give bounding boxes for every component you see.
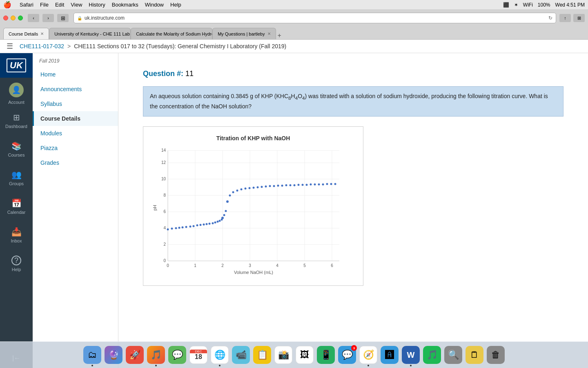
menu-safari[interactable]: Safari: [20, 2, 33, 8]
menu-help[interactable]: Help: [170, 2, 181, 8]
nav-toggle-icon[interactable]: ☰: [7, 42, 13, 51]
svg-point-73: [298, 184, 300, 186]
calendar-icon: 📅: [11, 198, 22, 208]
breadcrumb-course-code[interactable]: CHE111-017-032: [20, 43, 64, 49]
uk-logo-area[interactable]: UK: [0, 53, 33, 78]
svg-text:6: 6: [163, 209, 166, 214]
tab-che111-quiz[interactable]: University of Kentucky - CHE 111 Lab - F…: [49, 28, 131, 39]
dock-safari[interactable]: 🧭: [359, 345, 378, 365]
forward-button[interactable]: ›: [42, 14, 54, 22]
browser-chrome: ‹ › ⊞ 🔒 uk.instructure.com ↻ ↑ ⊞ Course …: [0, 10, 588, 40]
menu-bookmarks[interactable]: Bookmarks: [112, 2, 138, 8]
content-area: Question #: 11 An aqueous solution conta…: [118, 53, 588, 368]
dock-spotify[interactable]: 🎵: [422, 345, 442, 365]
dock-photos[interactable]: 🖼: [295, 345, 314, 365]
dock-dot: [368, 365, 369, 366]
trash-icon: 🗑: [487, 346, 505, 364]
dock-trash[interactable]: 🗑: [486, 345, 506, 365]
dock-calendar[interactable]: DEC 18: [189, 345, 208, 365]
menubar-wifi[interactable]: WiFi: [523, 2, 533, 8]
sidebar-item-groups[interactable]: 👥 Groups: [0, 164, 33, 192]
svg-point-52: [221, 217, 224, 219]
titration-svg: 0 2 4 6 8 10 12 14 0 1 2 3 4 5: [151, 146, 347, 277]
sidebar-item-calendar[interactable]: 📅 Calendar: [0, 192, 33, 221]
url-bar[interactable]: 🔒 uk.instructure.com ↻: [74, 13, 556, 23]
sidebar-item-courses[interactable]: 📚 Courses: [0, 135, 33, 164]
tab-close-icon[interactable]: ✕: [267, 31, 271, 36]
dock-dot: [219, 365, 220, 366]
tab-yahoo-answers[interactable]: Calculate the Molarity of Sodium Hydroxi…: [131, 28, 212, 39]
breadcrumb-separator: >: [67, 43, 71, 49]
sidebar-item-inbox[interactable]: 📥 Inbox: [0, 221, 33, 249]
dock-dot: [155, 365, 157, 366]
svg-point-77: [314, 183, 316, 185]
course-nav-piazza[interactable]: Piazza: [33, 141, 118, 155]
share-button[interactable]: ↑: [559, 14, 571, 22]
dock-music[interactable]: 🎵: [146, 345, 166, 365]
sidebar-item-help[interactable]: ? Help: [0, 249, 33, 278]
course-nav-syllabus[interactable]: Syllabus: [33, 96, 118, 111]
reminders-icon: 📋: [253, 346, 271, 364]
menu-file[interactable]: File: [40, 2, 49, 8]
dock-finder[interactable]: 🗂: [82, 345, 102, 365]
browser-tabs: Course Details ✕ University of Kentucky …: [0, 26, 588, 39]
apple-menu[interactable]: 🍎: [3, 1, 11, 9]
svg-point-81: [330, 183, 332, 185]
minimize-window-button[interactable]: [11, 16, 16, 20]
menubar-airplay[interactable]: ⬛: [503, 2, 509, 8]
finder-icon: 🗂: [83, 346, 101, 364]
menu-view[interactable]: View: [71, 2, 82, 8]
inbox-icon: 📥: [11, 227, 22, 237]
back-button[interactable]: ‹: [28, 14, 39, 22]
svg-text:0: 0: [167, 263, 169, 268]
course-nav-announcements[interactable]: Announcements: [33, 82, 118, 96]
course-nav-grades[interactable]: Grades: [33, 155, 118, 170]
dock-chrome[interactable]: 🌐: [210, 345, 229, 365]
tab-course-details[interactable]: Course Details ✕: [3, 28, 49, 39]
menu-window[interactable]: Window: [145, 2, 164, 8]
semester-label: Fall 2019: [33, 58, 118, 67]
svg-point-56: [229, 194, 231, 196]
dock-preview[interactable]: 🔍: [443, 345, 463, 365]
dock-siri[interactable]: 🔮: [104, 345, 123, 365]
menu-history[interactable]: History: [89, 2, 105, 8]
dock-notes[interactable]: 🗒: [465, 345, 484, 365]
new-tab-button[interactable]: ⊞: [573, 14, 585, 22]
svg-text:1: 1: [194, 263, 196, 268]
dock-appstore[interactable]: 🅰: [380, 345, 399, 365]
dock-reminders[interactable]: 📋: [252, 345, 272, 365]
tab-bartleby[interactable]: My Questions | bartleby ✕: [212, 28, 276, 39]
sidebar-item-account[interactable]: 👤 Account: [0, 78, 33, 106]
menu-edit[interactable]: Edit: [55, 2, 64, 8]
svg-point-39: [185, 226, 187, 228]
dock-messages2[interactable]: 💬 3: [337, 345, 357, 365]
menubar-battery: 100%: [538, 2, 550, 8]
appstore-icon: 🅰: [381, 346, 399, 364]
titration-chart-container: Titration of KHP with NaOH: [143, 126, 363, 286]
reload-button[interactable]: ↻: [548, 15, 552, 21]
dock-facetime[interactable]: 📹: [231, 345, 251, 365]
menubar-bluetooth[interactable]: ✶: [514, 2, 518, 8]
close-window-button[interactable]: [3, 16, 8, 20]
tab-label: University of Kentucky - CHE 111 Lab - F…: [54, 31, 131, 36]
course-nav-modules[interactable]: Modules: [33, 126, 118, 141]
maximize-window-button[interactable]: [18, 16, 23, 20]
notes-icon: 🗒: [466, 346, 483, 364]
svg-text:5: 5: [303, 263, 306, 268]
launchpad-icon: 🚀: [126, 346, 144, 364]
chart-area: 0 2 4 6 8 10 12 14 0 1 2 3 4 5: [151, 146, 347, 277]
dock-launchpad[interactable]: 🚀: [125, 345, 145, 365]
svg-point-37: [178, 227, 180, 229]
new-tab-plus-button[interactable]: +: [278, 32, 281, 39]
dock-messages[interactable]: 💬: [167, 345, 187, 365]
sidebar-item-dashboard[interactable]: ⊞ Dashboard: [0, 106, 33, 135]
dock-facetime2[interactable]: 📱: [316, 345, 336, 365]
tab-close-icon[interactable]: ✕: [40, 31, 44, 36]
dock-photos2[interactable]: 📸: [274, 345, 293, 365]
messages-icon: 💬: [168, 346, 186, 364]
dock-word[interactable]: W: [401, 345, 421, 365]
course-nav-home[interactable]: Home: [33, 67, 118, 82]
question-num-value: 11: [185, 70, 194, 78]
course-nav-course-details[interactable]: Course Details: [33, 111, 118, 126]
sidebar-toggle-button[interactable]: ⊞: [57, 14, 69, 22]
